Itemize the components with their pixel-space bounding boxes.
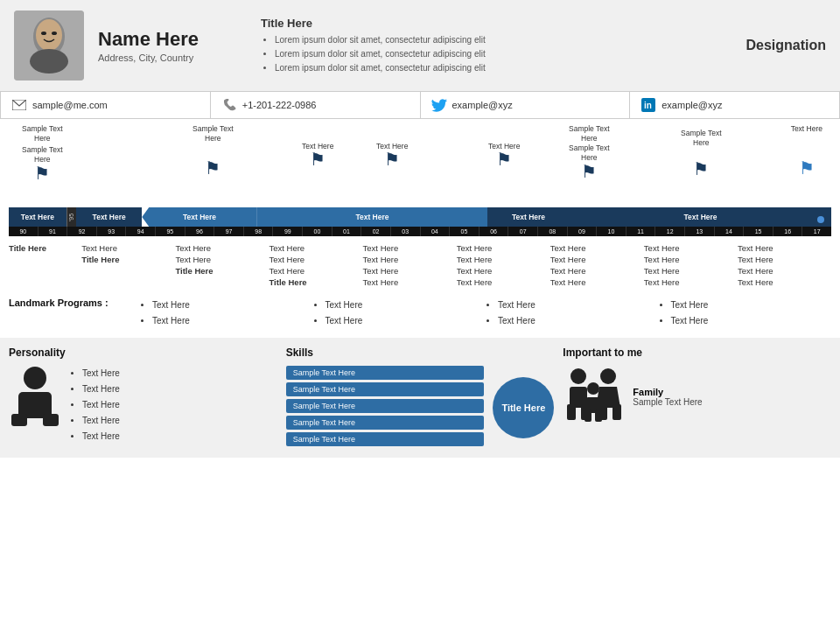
experience-table: Title Here Text Here Text Here Text Here… xyxy=(0,240,840,292)
important-title: Important to me xyxy=(563,346,831,359)
flag-icon-4: ⚑ xyxy=(384,150,400,168)
skills-panel: Skills Sample Text Here Sample Text Here… xyxy=(286,346,555,449)
svg-rect-23 xyxy=(584,410,592,422)
title-block: Title Here Lorem ipsum dolor sit amet, c… xyxy=(252,17,698,75)
flag-icon-5: ⚑ xyxy=(496,150,512,168)
year-95: 95 xyxy=(156,227,186,236)
tl-seg-3: Text Here xyxy=(76,207,142,227)
exp-r1-c1: Title Here xyxy=(9,243,81,253)
year-01: 01 xyxy=(332,227,362,236)
exp-r1-c2: Text Here xyxy=(81,243,175,253)
flag-icon-8: ⚑ xyxy=(799,159,815,177)
twitter-text: example@xyz xyxy=(452,100,513,110)
year-94: 94 xyxy=(126,227,156,236)
exp-row-4: Title Here Text Here Text Here Text Here… xyxy=(9,277,831,287)
exp-r4-c6: Text Here xyxy=(457,277,550,287)
exp-r1-c4: Text Here xyxy=(269,243,362,253)
exp-r3-c4: Text Here xyxy=(269,266,362,276)
year-17: 17 xyxy=(802,227,831,236)
exp-r1-c5: Text Here xyxy=(363,243,457,253)
personality-content: Text Here Text Here Text Here Text Here … xyxy=(9,366,277,444)
flag-8: Text Here ⚑ xyxy=(791,124,822,177)
exp-r2-c1 xyxy=(9,255,81,264)
exp-row-3: Title Here Text Here Text Here Text Here… xyxy=(9,266,831,276)
year-00: 00 xyxy=(303,227,332,236)
exp-r4-c1 xyxy=(9,277,81,287)
personality-item-2: Text Here xyxy=(82,382,120,397)
exp-r2-c9: Text Here xyxy=(738,255,831,264)
landmark-col-2: Text Here Text Here xyxy=(313,298,486,329)
year-04: 04 xyxy=(421,227,451,236)
tl-seg-6: Text Here xyxy=(487,207,570,227)
landmark-label: Landmark Programs : xyxy=(9,298,140,308)
skill-bar-3: Sample Text Here xyxy=(286,399,485,413)
tl-seg-7: Text Here xyxy=(570,207,831,227)
exp-r1-c7: Text Here xyxy=(550,243,644,253)
year-14: 14 xyxy=(715,227,745,236)
flag-icon-2: ⚑ xyxy=(205,159,220,177)
twitter-icon xyxy=(431,97,447,113)
skills-button-area: Title Here xyxy=(493,366,554,449)
exp-r3-c7: Text Here xyxy=(550,266,644,276)
personality-list: Text Here Text Here Text Here Text Here … xyxy=(70,366,120,444)
svg-rect-20 xyxy=(612,404,621,420)
tl-seg-2: '95 xyxy=(66,207,76,227)
exp-r4-c9: Text Here xyxy=(738,277,831,287)
year-11: 11 xyxy=(626,227,656,236)
year-91: 91 xyxy=(38,227,68,236)
timeline-dot xyxy=(817,216,824,223)
exp-row-2: Title Here Text Here Text Here Text Here… xyxy=(9,255,831,264)
year-bar: 90 91 92 93 94 95 96 97 98 99 00 01 02 0… xyxy=(9,227,831,236)
header-bullets: Lorem ipsum dolor sit amet, consectetur … xyxy=(261,33,698,75)
year-96: 96 xyxy=(186,227,215,236)
personality-item-3: Text Here xyxy=(82,397,120,413)
contact-email[interactable]: sample@me.com xyxy=(1,92,211,118)
title-here-button[interactable]: Title Here xyxy=(493,377,554,438)
svg-rect-24 xyxy=(595,410,602,422)
year-90: 90 xyxy=(9,227,38,236)
exp-r2-c2: Title Here xyxy=(81,255,175,264)
landmark-1-1: Text Here xyxy=(152,298,313,313)
landmark-4-2: Text Here xyxy=(671,313,832,329)
year-07: 07 xyxy=(508,227,538,236)
flag-icon-3: ⚑ xyxy=(310,150,326,168)
important-panel: Important to me xyxy=(563,346,831,449)
personality-panel: Personality Text Here Text Here Text Her… xyxy=(9,346,277,449)
exp-r2-c6: Text Here xyxy=(457,255,550,264)
exp-r3-c9: Text Here xyxy=(738,266,831,276)
svg-point-5 xyxy=(30,49,68,74)
flags-area: Sample TextHere Sample TextHere ⚑ Sample… xyxy=(9,124,831,207)
person-silhouette xyxy=(9,366,61,429)
timeline-bar: Text Here '95 Text Here Text Here Text H… xyxy=(9,207,831,227)
svg-point-17 xyxy=(600,368,616,384)
contact-twitter[interactable]: example@xyz xyxy=(421,92,631,118)
family-desc: Sample Text Here xyxy=(633,397,702,407)
year-09: 09 xyxy=(568,227,598,236)
year-05: 05 xyxy=(450,227,480,236)
skill-bar-1: Sample Text Here xyxy=(286,366,485,380)
email-text: sample@me.com xyxy=(32,100,108,110)
header-section: Name Here Address, City, Country Title H… xyxy=(0,0,840,92)
landmark-col-3: Text Here Text Here xyxy=(486,298,659,329)
designation: Designation xyxy=(712,38,826,53)
skill-bar-5: Sample Text Here xyxy=(286,432,485,446)
exp-r4-c5: Text Here xyxy=(363,277,457,287)
exp-r3-c2 xyxy=(81,266,175,276)
header-title: Title Here xyxy=(261,17,698,30)
landmark-3-2: Text Here xyxy=(498,313,659,329)
phone-text: +1-201-222-0986 xyxy=(242,100,317,110)
svg-point-21 xyxy=(587,382,599,395)
flag-1: Sample TextHere Sample TextHere ⚑ xyxy=(22,124,63,182)
contact-phone[interactable]: +1-201-222-0986 xyxy=(211,92,421,118)
svg-point-13 xyxy=(570,368,586,384)
avatar xyxy=(14,10,84,80)
exp-r2-c3: Text Here xyxy=(175,255,269,264)
contact-linkedin[interactable]: in example@xyz xyxy=(630,92,839,118)
exp-r2-c4: Text Here xyxy=(269,255,362,264)
landmark-1-2: Text Here xyxy=(152,313,313,329)
family-icon xyxy=(563,366,624,427)
exp-r3-c3: Title Here xyxy=(175,266,269,276)
year-06: 06 xyxy=(480,227,509,236)
timeline-section: Sample TextHere Sample TextHere ⚑ Sample… xyxy=(0,119,840,240)
email-icon xyxy=(11,97,27,113)
